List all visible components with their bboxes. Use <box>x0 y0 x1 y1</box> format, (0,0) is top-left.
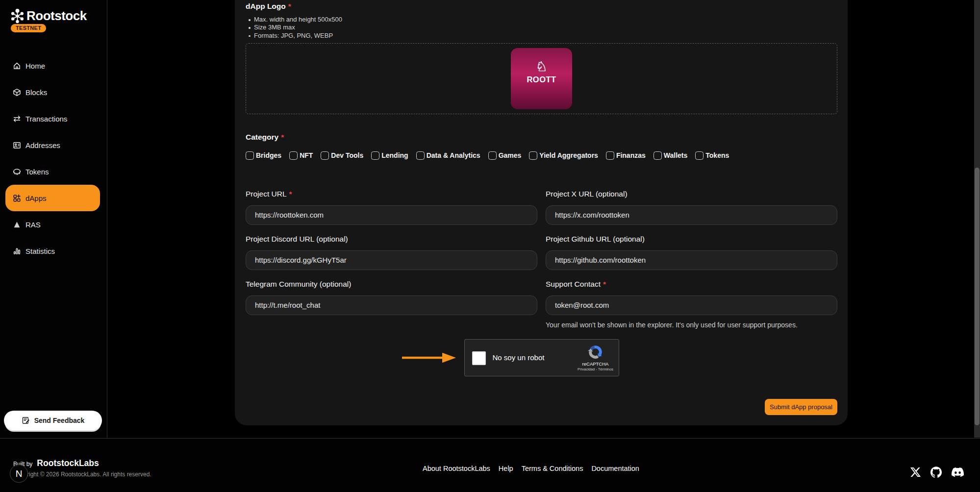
checkbox[interactable] <box>529 151 537 160</box>
rootstocklabs-name[interactable]: RootstockLabs <box>37 458 99 468</box>
scrollbar-track[interactable] <box>974 0 980 438</box>
footer-brand-block: Built by RootstockLabs Copyright © 2026 … <box>13 458 151 478</box>
category-option-games[interactable]: Games <box>488 151 522 160</box>
sidebar-item-statistics[interactable]: Statistics <box>5 238 100 264</box>
category-option-lending[interactable]: Lending <box>371 151 408 160</box>
send-feedback-button[interactable]: Send Feedback <box>4 411 102 430</box>
project-url-input[interactable] <box>246 205 537 225</box>
nextjs-dev-badge[interactable]: N <box>10 465 28 483</box>
x-icon[interactable] <box>910 467 921 477</box>
statistics-icon <box>13 247 21 255</box>
copyright-text: Copyright © 2026 RootstockLabs. All righ… <box>13 471 151 478</box>
category-option-tokens[interactable]: Tokens <box>695 151 729 160</box>
checkbox-label: Tokens <box>705 151 729 159</box>
brand[interactable]: Rootstock <box>11 8 87 24</box>
checkbox-label: Finanzas <box>616 151 646 159</box>
recaptcha-label: No soy un robot <box>493 353 545 362</box>
required-asterisk: * <box>288 2 291 10</box>
sidebar-item-home[interactable]: Home <box>5 52 100 79</box>
field-label-text: Project Github URL (optional) <box>546 235 645 243</box>
rootstock-logo-icon <box>11 9 24 24</box>
built-by-row: Built by RootstockLabs <box>13 458 151 468</box>
blocks-icon <box>13 88 21 97</box>
submit-row: Submit dApp proposal <box>246 399 837 415</box>
dapp-logo-section: dApp Logo * Max. width and height 500x50… <box>246 2 837 114</box>
logo-requirement: Size 3MB max <box>246 24 837 31</box>
sidebar-item-transactions[interactable]: Transactions <box>5 105 100 132</box>
sidebar-item-addresses[interactable]: Addresses <box>5 132 100 158</box>
addresses-icon <box>13 141 21 149</box>
sidebar-item-label: Home <box>25 62 45 70</box>
sidebar-item-label: Transactions <box>25 115 67 123</box>
checkbox[interactable] <box>488 151 497 160</box>
checkbox[interactable] <box>371 151 379 160</box>
dapps-icon <box>13 194 21 202</box>
github-icon[interactable] <box>930 467 942 478</box>
checkbox-label: NFT <box>300 151 313 159</box>
project-x-url-field: Project X URL (optional) <box>546 190 837 225</box>
checkbox-label: Data & Analytics <box>427 151 480 159</box>
feedback-icon <box>22 416 30 425</box>
telegram-community-input[interactable] <box>246 295 537 315</box>
sidebar-item-label: Addresses <box>25 141 60 149</box>
sidebar-item-ras[interactable]: RAS <box>5 211 100 238</box>
category-option-data-analytics[interactable]: Data & Analytics <box>416 151 480 160</box>
project-discord-url-field: Project Discord URL (optional) <box>246 235 537 270</box>
checkbox[interactable] <box>321 151 329 160</box>
footer-link-about[interactable]: About RootstockLabs <box>423 465 490 472</box>
checkbox[interactable] <box>606 151 614 160</box>
transactions-icon <box>13 115 21 123</box>
checkbox[interactable] <box>416 151 425 160</box>
tokens-icon <box>13 168 21 176</box>
footer-link-terms[interactable]: Terms & Conditions <box>522 465 583 472</box>
sidebar-item-label: Blocks <box>25 88 47 97</box>
footer-link-documentation[interactable]: Documentation <box>591 465 639 472</box>
logo-upload-dropzone[interactable]: ♘ ROOTT <box>246 43 837 114</box>
project-discord-url-label: Project Discord URL (optional) <box>246 235 537 243</box>
checkbox-label: Dev Tools <box>331 151 363 159</box>
category-label: Category * <box>246 133 837 141</box>
category-option-finanzas[interactable]: Finanzas <box>606 151 646 160</box>
scrollbar-thumb[interactable] <box>975 168 980 425</box>
url-fields-grid: Project URL * Project X URL (optional) P… <box>246 190 837 339</box>
project-discord-url-input[interactable] <box>246 250 537 270</box>
sidebar-item-tokens[interactable]: Tokens <box>5 158 100 185</box>
recaptcha-privacy-terms[interactable]: Privacidad - Términos <box>578 367 613 371</box>
knight-icon: ♘ <box>535 60 547 73</box>
captcha-row: No soy un robot reCAPTCHA Privacidad - T… <box>246 339 837 376</box>
support-contact-note: Your email won't be shown in the explore… <box>546 321 837 329</box>
recaptcha-checkbox[interactable] <box>472 351 486 365</box>
checkbox[interactable] <box>246 151 254 160</box>
project-github-url-label: Project Github URL (optional) <box>546 235 837 243</box>
footer-link-help[interactable]: Help <box>499 465 513 472</box>
dapp-logo-label: dApp Logo * <box>246 2 837 10</box>
project-x-url-input[interactable] <box>546 205 837 225</box>
dapp-logo-name: ROOTT <box>527 75 556 84</box>
checkbox[interactable] <box>653 151 662 160</box>
category-option-dev-tools[interactable]: Dev Tools <box>321 151 363 160</box>
category-option-bridges[interactable]: Bridges <box>246 151 281 160</box>
checkbox[interactable] <box>289 151 298 160</box>
support-contact-label: Support Contact * <box>546 280 837 288</box>
project-github-url-input[interactable] <box>546 250 837 270</box>
support-contact-field: Support Contact * Your email won't be sh… <box>546 280 837 329</box>
field-label-text: Support Contact <box>546 280 601 288</box>
arrow-annotation-icon <box>402 352 456 363</box>
category-option-nft[interactable]: NFT <box>289 151 313 160</box>
dapp-proposal-form-panel: dApp Logo * Max. width and height 500x50… <box>235 0 848 425</box>
footer-social-icons <box>910 466 964 478</box>
support-contact-input[interactable] <box>546 295 837 315</box>
logo-requirements-list: Max. width and height 500x500 Size 3MB m… <box>246 16 837 40</box>
telegram-community-field: Telegram Community (optional) <box>246 280 537 329</box>
logo-requirement: Formats: JPG, PNG, WEBP <box>246 32 837 40</box>
checkbox[interactable] <box>695 151 704 160</box>
category-option-yield-aggregators[interactable]: Yield Aggregators <box>529 151 598 160</box>
telegram-community-label: Telegram Community (optional) <box>246 280 537 288</box>
submit-dapp-proposal-button[interactable]: Submit dApp proposal <box>765 399 837 415</box>
discord-icon[interactable] <box>952 466 964 478</box>
sidebar-item-dapps[interactable]: dApps <box>5 185 100 211</box>
category-option-wallets[interactable]: Wallets <box>653 151 688 160</box>
category-section: Category * Bridges NFT Dev Tools <box>246 133 837 160</box>
sidebar-item-blocks[interactable]: Blocks <box>5 79 100 105</box>
field-label-text: Project URL <box>246 190 287 198</box>
